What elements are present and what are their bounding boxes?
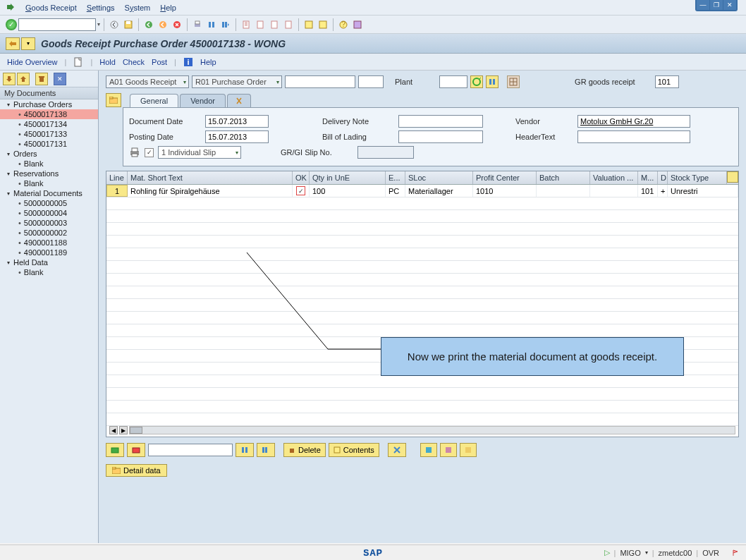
post-link[interactable]: Post [152,58,167,66]
cell-qty[interactable]: 100 [310,185,386,197]
tree-orders[interactable]: Orders [0,149,98,159]
tab-general[interactable]: General [130,94,178,107]
search-items-input[interactable] [148,444,233,456]
col-unit[interactable]: E... [386,171,405,184]
cell-sloc[interactable]: Materiallager [405,185,473,197]
btn-b[interactable] [440,443,457,457]
cell-unit[interactable]: PC [386,185,405,197]
btn-find[interactable] [236,443,254,457]
col-line[interactable]: Line [106,171,128,184]
cell-m[interactable]: 101 [638,185,658,197]
tree-purchase-orders[interactable]: Purchase Orders [0,99,98,109]
tree-leaf[interactable]: 4500017133 [0,129,98,139]
grid-button[interactable] [507,75,520,88]
first-page-icon[interactable] [240,18,252,31]
back-icon[interactable] [142,18,155,31]
minimize-button[interactable]: — [697,0,709,10]
help-icon[interactable]: ? [337,18,350,31]
print-checkbox[interactable]: ✓ [145,148,154,157]
btn-c[interactable] [460,443,477,457]
shortcut-icon[interactable] [317,18,329,31]
col-stock[interactable]: Stock Type [668,171,727,184]
cell-d[interactable]: + [658,185,668,197]
doc-date-input[interactable] [205,115,269,128]
sidebar-btn-2[interactable] [17,73,30,85]
layout-icon[interactable] [351,18,364,31]
menu-goods-receipt[interactable]: Goods Receipt [25,4,77,12]
new-doc-icon[interactable] [73,57,83,67]
next-page-icon[interactable] [268,18,281,31]
sidebar-btn-1[interactable] [3,73,16,85]
cell-pc[interactable]: 1010 [473,185,537,197]
column-config-button[interactable] [727,171,738,183]
tree-leaf[interactable]: 5000000005 [0,198,98,208]
scroll-right-button[interactable]: ▶ [119,426,128,434]
gr-code-input[interactable] [655,75,679,88]
execute-button[interactable] [470,75,483,88]
tree-leaf[interactable]: 4500017131 [0,139,98,149]
btn-x[interactable] [388,443,406,457]
check-link[interactable]: Check [123,58,145,66]
save-button[interactable] [122,18,135,31]
title-btn-1[interactable] [6,37,20,50]
item-number-input[interactable] [358,75,384,88]
table-row[interactable]: 1 Rohling für Spiralgehäuse ✓ 100 PC Mat… [106,185,738,197]
session-icon[interactable] [302,18,315,31]
tab-vendor[interactable]: Vendor [180,94,226,107]
tree-leaf[interactable]: 4900001188 [0,238,98,248]
enter-button[interactable]: ✓ [6,19,17,30]
headertext-input[interactable] [577,130,690,143]
tab-wm[interactable] [227,94,251,107]
btn-a[interactable] [420,443,437,457]
bol-input[interactable] [398,130,483,143]
col-m[interactable]: M... [638,171,658,184]
tree-leaf[interactable]: Blank [0,178,98,188]
find-icon[interactable] [205,18,218,31]
scroll-track[interactable] [129,426,735,434]
tree-held-data[interactable]: Held Data [0,257,98,267]
col-val[interactable]: Valuation ... [590,171,638,184]
menu-help[interactable]: Help [160,4,176,12]
col-sloc[interactable]: SLoc [405,171,473,184]
deliv-note-input[interactable] [398,115,483,128]
sidebar-btn-close[interactable]: ✕ [54,73,66,85]
grid-horizontal-scrollbar[interactable]: ◀ ▶ [109,425,735,435]
menu-system[interactable]: System [125,4,151,12]
prev-page-icon[interactable] [254,18,267,31]
tree-leaf[interactable]: 5000000003 [0,218,98,228]
slip-type-dropdown[interactable]: 1 Individual Slip [158,146,241,159]
find-button-2[interactable] [486,75,499,88]
help-link[interactable]: Help [200,58,216,66]
cell-text[interactable]: Rohling für Spiralgehäuse [128,185,293,197]
cell-val[interactable] [590,185,638,197]
col-pc[interactable]: Profit Center [473,171,537,184]
cell-ok[interactable]: ✓ [293,185,310,197]
cell-line[interactable]: 1 [106,185,128,197]
status-play-icon[interactable]: ▷ [604,548,610,557]
scroll-left-button[interactable]: ◀ [109,426,118,434]
maximize-button[interactable]: ❐ [710,0,723,10]
collapse-header-button[interactable] [106,93,121,107]
tree-leaf[interactable]: 4900001189 [0,248,98,257]
find-next-icon[interactable] [219,18,232,31]
doc-number-input[interactable] [285,75,355,88]
hold-link[interactable]: Hold [99,58,116,66]
cell-stock[interactable]: Unrestri [668,185,738,197]
tree-leaf[interactable]: 4500017138 [0,109,98,119]
col-d[interactable]: D [658,171,668,184]
cancel-icon[interactable] [171,18,183,31]
action-dropdown[interactable]: A01 Goods Receipt [106,75,189,88]
col-batch[interactable]: Batch [537,171,590,184]
tree-reservations[interactable]: Reservations [0,169,98,178]
help-icon-small[interactable]: i [183,57,193,67]
tree-leaf[interactable]: 5000000004 [0,208,98,218]
exit-icon[interactable] [157,18,169,31]
tree-material-docs[interactable]: Material Documents [0,188,98,198]
col-qty[interactable]: Qty in UnE [310,171,386,184]
delete-button[interactable]: Delete [283,443,326,457]
contents-button[interactable]: Contents [329,443,379,457]
btn-find-next[interactable] [257,443,275,457]
print-icon[interactable] [191,18,204,31]
tree-leaf[interactable]: Blank [0,267,98,277]
back-button[interactable] [108,18,121,31]
